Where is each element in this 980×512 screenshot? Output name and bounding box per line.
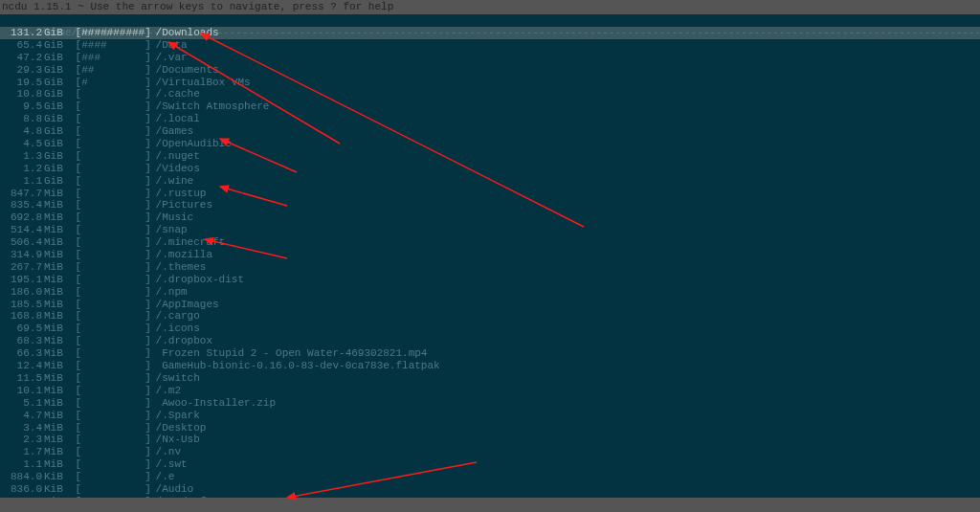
size-unit: GiB <box>42 100 69 113</box>
list-item[interactable]: 69.5MiB [ ]/.icons <box>0 323 980 335</box>
list-item[interactable]: 8.8GiB [ ]/.local <box>0 113 980 125</box>
size-unit: KiB <box>42 483 69 496</box>
item-name: /Audio <box>152 483 194 496</box>
list-item[interactable]: 29.3GiB [## ]/Documents <box>0 64 980 77</box>
size-unit: MiB <box>42 360 69 372</box>
item-name: Frozen Stupid 2 - Open Water-469302821.m… <box>152 347 428 360</box>
item-name: /Data <box>152 39 188 52</box>
size-value: 195.1 <box>2 274 42 286</box>
item-name: /snap <box>152 224 188 236</box>
item-name: /.npm <box>152 286 188 299</box>
list-item[interactable]: 506.4MiB [ ]/.minecraft <box>0 236 980 249</box>
item-name: /.m2 <box>152 385 181 397</box>
size-unit: GiB <box>42 27 69 39</box>
usage-bar: [ ] <box>76 422 152 434</box>
list-item[interactable]: 884.0KiB [ ]/.e <box>0 471 980 483</box>
size-unit: MiB <box>42 199 69 211</box>
item-name: /.local <box>152 113 200 125</box>
size-unit: MiB <box>42 434 69 446</box>
list-item[interactable]: 836.0KiB [ ]/Audio <box>0 483 980 496</box>
list-item[interactable]: 2.3MiB [ ]/Nx-Usb <box>0 434 980 446</box>
usage-bar: [ ] <box>76 458 152 471</box>
usage-bar: [ ] <box>76 249 152 261</box>
size-value: 11.5 <box>2 372 42 385</box>
list-item[interactable]: 65.4GiB [#### ]/Data <box>0 39 980 52</box>
list-item[interactable]: 835.4MiB [ ]/Pictures <box>0 199 980 211</box>
item-name: /Documents <box>152 64 219 77</box>
list-item[interactable]: 10.1MiB [ ]/.m2 <box>0 385 980 397</box>
usage-bar: [ ] <box>76 261 152 274</box>
list-item[interactable]: 10.8GiB [ ]/.cache <box>0 88 980 100</box>
size-value: 12.4 <box>2 360 42 372</box>
item-name: /.swt <box>152 458 188 471</box>
list-item[interactable]: 11.5MiB [ ]/switch <box>0 372 980 385</box>
item-name: /switch <box>152 372 200 385</box>
usage-bar: [ ] <box>76 335 152 347</box>
list-item[interactable]: 1.1GiB [ ]/.wine <box>0 175 980 188</box>
list-item[interactable]: 19.5GiB [# ]/VirtualBox VMs <box>0 77 980 89</box>
size-value: 65.4 <box>2 39 42 52</box>
current-path: --- /home/derrik -----------------------… <box>0 14 980 27</box>
list-item[interactable]: 47.2GiB [### ]/.var <box>0 52 980 64</box>
list-item[interactable]: 847.7MiB [ ]/.rustup <box>0 188 980 200</box>
list-item[interactable]: 314.9MiB [ ]/.mozilla <box>0 249 980 261</box>
list-item[interactable]: 1.2GiB [ ]/Videos <box>0 163 980 175</box>
usage-bar: [ ] <box>76 163 152 175</box>
item-name: /.themes <box>152 261 207 274</box>
usage-bar: [ ] <box>76 471 152 483</box>
list-item[interactable]: 267.7MiB [ ]/.themes <box>0 261 980 274</box>
file-list[interactable]: 131.2GiB [##########]/Downloads65.4GiB [… <box>0 27 980 512</box>
list-item[interactable]: 1.1MiB [ ]/.swt <box>0 458 980 471</box>
size-value: 131.2 <box>2 27 42 39</box>
list-item[interactable]: 186.0MiB [ ]/.npm <box>0 286 980 299</box>
list-item[interactable]: 514.4MiB [ ]/snap <box>0 224 980 236</box>
list-item[interactable]: 3.4MiB [ ]/Desktop <box>0 422 980 434</box>
list-item[interactable]: 68.3MiB [ ]/.dropbox <box>0 335 980 347</box>
usage-bar: [ ] <box>76 211 152 224</box>
item-name: /.rustup <box>152 188 207 200</box>
item-name: /Videos <box>152 163 200 175</box>
size-value: 168.8 <box>2 310 42 323</box>
size-value: 692.8 <box>2 211 42 224</box>
item-name: /.cache <box>152 88 200 100</box>
size-unit: MiB <box>42 261 69 274</box>
list-item[interactable]: 4.5GiB [ ]/OpenAudible <box>0 138 980 150</box>
list-item[interactable]: 1.7MiB [ ]/.nv <box>0 446 980 458</box>
list-item[interactable]: 195.1MiB [ ]/.dropbox-dist <box>0 274 980 286</box>
item-name: /.dropbox-dist <box>152 274 244 286</box>
size-value: 2.3 <box>2 434 42 446</box>
size-unit: GiB <box>42 113 69 125</box>
list-item[interactable]: 66.3MiB [ ] Frozen Stupid 2 - Open Water… <box>0 347 980 360</box>
size-value: 506.4 <box>2 236 42 249</box>
list-item[interactable]: 4.7MiB [ ]/.Spark <box>0 410 980 422</box>
size-unit: MiB <box>42 188 69 200</box>
list-item[interactable]: 185.5MiB [ ]/AppImages <box>0 299 980 311</box>
size-unit: GiB <box>42 138 69 150</box>
usage-bar: [ ] <box>76 434 152 446</box>
list-item[interactable]: 9.5GiB [ ]/Switch Atmosphere <box>0 100 980 113</box>
list-item[interactable]: 12.4MiB [ ] GameHub-bionic-0.16.0-83-dev… <box>0 360 980 372</box>
size-unit: GiB <box>42 163 69 175</box>
usage-bar: [ ] <box>76 323 152 335</box>
list-item[interactable]: 5.1MiB [ ] Awoo-Installer.zip <box>0 397 980 410</box>
list-item[interactable]: 692.8MiB [ ]/Music <box>0 211 980 224</box>
size-value: 267.7 <box>2 261 42 274</box>
usage-bar: [ ] <box>76 88 152 100</box>
size-unit: KiB <box>42 471 69 483</box>
list-item[interactable]: 168.8MiB [ ]/.cargo <box>0 310 980 323</box>
list-item[interactable]: 1.3GiB [ ]/.nuget <box>0 150 980 163</box>
size-value: 836.0 <box>2 483 42 496</box>
size-unit: GiB <box>42 150 69 163</box>
size-unit: MiB <box>42 347 69 360</box>
list-item[interactable]: 4.8GiB [ ]/Games <box>0 125 980 138</box>
item-name: /Music <box>152 211 194 224</box>
size-value: 69.5 <box>2 323 42 335</box>
size-unit: MiB <box>42 224 69 236</box>
size-value: 10.1 <box>2 385 42 397</box>
usage-bar: [ ] <box>76 299 152 311</box>
size-unit: GiB <box>42 64 69 77</box>
size-unit: MiB <box>42 372 69 385</box>
size-unit: MiB <box>42 323 69 335</box>
size-unit: MiB <box>42 310 69 323</box>
usage-bar: [## ] <box>76 64 152 77</box>
